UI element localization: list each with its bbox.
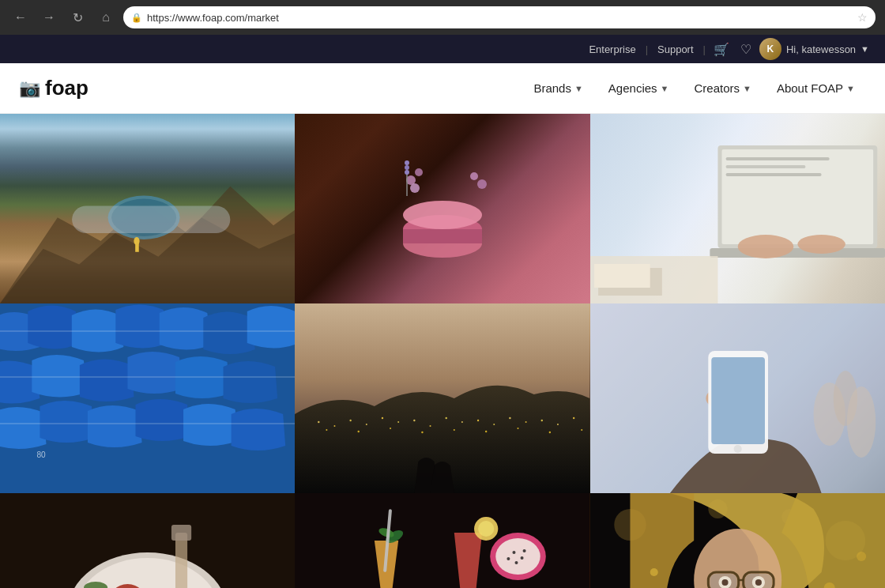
creators-label: Creators [694, 81, 740, 95]
svg-point-47 [494, 424, 495, 425]
camera-icon: 📷 [19, 78, 40, 99]
svg-rect-21 [721, 149, 873, 244]
svg-rect-23 [725, 165, 805, 168]
svg-point-6 [134, 237, 139, 245]
photo-phone[interactable] [590, 303, 885, 493]
svg-point-58 [485, 431, 487, 432]
nav-agencies[interactable]: Agencies ▼ [597, 75, 680, 101]
lock-icon: 🔒 [131, 13, 142, 23]
svg-point-53 [326, 429, 328, 431]
svg-point-57 [454, 429, 455, 431]
svg-point-46 [477, 420, 479, 421]
svg-point-18 [405, 165, 409, 170]
avatar[interactable]: K [759, 38, 781, 60]
svg-point-45 [461, 421, 463, 423]
svg-point-14 [470, 172, 478, 180]
svg-point-10 [403, 201, 482, 229]
svg-point-26 [737, 235, 793, 258]
svg-rect-25 [710, 248, 885, 258]
svg-text:80: 80 [36, 450, 46, 459]
svg-point-105 [513, 551, 516, 554]
cart-icon[interactable]: 🛒 [710, 42, 732, 57]
enterprise-link[interactable]: Enterprise [584, 43, 640, 55]
address-bar[interactable]: 🔒 https://www.foap.com/market ☆ [123, 6, 876, 28]
svg-point-59 [518, 428, 519, 429]
svg-rect-85 [171, 525, 191, 541]
svg-point-41 [397, 421, 399, 423]
svg-point-55 [390, 428, 391, 429]
svg-point-107 [515, 561, 518, 564]
back-button[interactable]: ← [9, 6, 32, 28]
photo-laptop[interactable] [590, 114, 885, 303]
svg-point-129 [755, 579, 762, 586]
user-menu-chevron-icon[interactable]: ▼ [861, 44, 869, 54]
svg-point-52 [573, 417, 574, 419]
photo-grid: 80 [0, 114, 885, 588]
svg-rect-9 [403, 229, 482, 243]
svg-point-49 [525, 421, 527, 423]
photo-boats[interactable]: 80 [0, 303, 295, 493]
svg-point-65 [847, 386, 876, 458]
home-button[interactable]: ⌂ [95, 6, 117, 28]
url-text: https://www.foap.com/market [147, 12, 853, 24]
svg-point-50 [541, 420, 543, 421]
photo-mountain[interactable] [0, 114, 295, 303]
location-icon[interactable]: ♡ [737, 42, 755, 57]
svg-point-17 [405, 160, 409, 165]
about-label: About FOAP [777, 81, 843, 95]
svg-point-36 [318, 421, 319, 423]
svg-point-109 [523, 549, 526, 552]
photo-food1[interactable] [0, 493, 295, 588]
svg-rect-4 [72, 205, 230, 233]
logo-text: foap [45, 76, 88, 100]
photo-drinks[interactable] [295, 493, 589, 588]
svg-rect-90 [295, 493, 589, 588]
svg-point-12 [415, 168, 423, 176]
svg-point-39 [366, 424, 367, 425]
svg-point-104 [496, 538, 541, 575]
svg-point-56 [422, 432, 424, 433]
agencies-label: Agencies [608, 81, 657, 95]
browser-chrome: ← → ↻ ⌂ 🔒 https://www.foap.com/market ☆ [0, 0, 885, 35]
svg-rect-22 [725, 157, 829, 160]
svg-point-128 [721, 579, 728, 586]
creators-chevron-icon: ▼ [743, 84, 751, 93]
svg-rect-71 [711, 357, 765, 444]
svg-point-54 [358, 431, 360, 432]
about-chevron-icon: ▼ [846, 84, 855, 93]
logo[interactable]: 📷 foap [19, 76, 88, 100]
svg-point-72 [733, 445, 741, 453]
support-link[interactable]: Support [653, 43, 699, 55]
svg-point-108 [507, 557, 510, 560]
svg-point-19 [405, 170, 409, 175]
agencies-chevron-icon: ▼ [661, 84, 669, 93]
svg-point-40 [382, 417, 383, 419]
divider-1: | [646, 43, 648, 55]
svg-point-43 [430, 425, 431, 427]
svg-point-132 [650, 568, 657, 576]
main-nav: 📷 foap Brands ▼ Agencies ▼ Creators ▼ Ab… [0, 63, 885, 114]
svg-rect-24 [725, 173, 821, 176]
bookmark-icon[interactable]: ☆ [857, 11, 868, 24]
svg-point-61 [582, 429, 583, 431]
svg-point-48 [510, 417, 511, 419]
svg-point-135 [857, 552, 866, 561]
user-greeting[interactable]: Hi, katewesson [786, 43, 856, 55]
svg-rect-84 [175, 533, 187, 588]
utility-bar: Enterprise | Support | 🛒 ♡ K Hi, katewes… [0, 35, 885, 63]
photo-citynight[interactable] [295, 303, 589, 493]
divider-2: | [703, 43, 706, 55]
svg-point-27 [797, 235, 845, 254]
svg-point-100 [478, 521, 494, 537]
photo-macarons[interactable] [295, 114, 589, 303]
nav-about[interactable]: About FOAP ▼ [766, 75, 866, 101]
nav-brands[interactable]: Brands ▼ [522, 75, 593, 101]
svg-point-106 [521, 556, 524, 560]
svg-rect-30 [594, 264, 650, 288]
svg-point-37 [334, 425, 336, 427]
photo-woman[interactable] [590, 493, 885, 588]
brands-chevron-icon: ▼ [574, 84, 583, 93]
nav-creators[interactable]: Creators ▼ [683, 75, 762, 101]
forward-button[interactable]: → [38, 6, 60, 28]
reload-button[interactable]: ↻ [66, 6, 88, 28]
